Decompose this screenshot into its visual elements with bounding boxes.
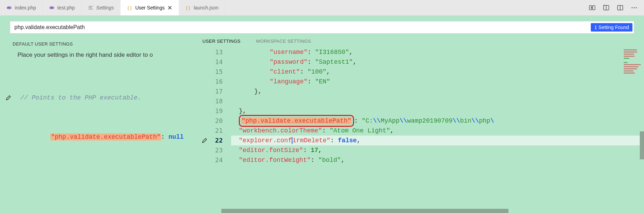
close-icon[interactable] — [167, 5, 172, 10]
code-line[interactable]: "editor.fontSize": 17, — [231, 145, 644, 155]
code-line[interactable]: "workbench.colorTheme": "Atom One Light"… — [231, 126, 644, 136]
line-number: 16 — [200, 77, 223, 87]
tab-settings[interactable]: Settings — [82, 0, 121, 15]
horizontal-scrollbar[interactable] — [221, 209, 639, 213]
line-number: 24 — [200, 155, 223, 165]
svg-rect-12 — [593, 6, 595, 10]
default-settings-panel: DEFAULT USER SETTINGS Place your setting… — [0, 36, 200, 213]
user-settings-panel: USER SETTINGS WORKSPACE SETTINGS 1314151… — [200, 36, 644, 213]
code-line[interactable]: "explorer.confirmDelete": false, — [231, 136, 644, 145]
lines-icon — [88, 5, 94, 11]
setting-value: null — [168, 133, 183, 140]
tab-user-settings[interactable]: {} User Settings — [120, 0, 179, 15]
line-number: 23 — [200, 145, 223, 155]
code-line[interactable]: "username": "I316850", — [231, 47, 644, 57]
line-number: 14 — [200, 57, 223, 67]
settings-search-row: 1 Setting Found — [0, 15, 644, 36]
open-changes-icon[interactable] — [589, 4, 596, 11]
tab-index-php[interactable]: php index.php — [0, 0, 43, 15]
svg-text:php: php — [7, 7, 11, 9]
edit-pencil-icon[interactable] — [6, 75, 11, 81]
code-line[interactable]: }, — [231, 87, 644, 96]
settings-search-wrap: 1 Setting Found — [10, 21, 634, 34]
code-line[interactable]: "password": "Saptest1", — [231, 57, 644, 67]
editor-title-actions — [582, 0, 644, 15]
split-editor-icon[interactable] — [603, 4, 610, 11]
tab-label: Settings — [96, 5, 114, 11]
code-line[interactable]: "language": "EN" — [231, 77, 644, 87]
code-line[interactable]: "client": "100", — [231, 67, 644, 77]
line-number: 18 — [200, 96, 223, 106]
tab-label: launch.json — [194, 5, 219, 11]
line-number: 17 — [200, 87, 223, 96]
svg-point-15 — [604, 5, 605, 6]
settings-search-input[interactable] — [10, 22, 591, 33]
line-number: 21 — [200, 126, 223, 136]
tab-label: User Settings — [135, 5, 165, 11]
braces-icon: {} — [185, 5, 191, 11]
svg-text:php: php — [50, 7, 54, 9]
php-icon: php — [6, 5, 12, 11]
line-number: 20 — [200, 116, 223, 126]
code-line[interactable]: }, — [231, 106, 644, 116]
svg-text:{}: {} — [186, 5, 191, 11]
line-number: 13 — [200, 47, 223, 57]
svg-point-20 — [636, 7, 637, 8]
php-icon: php — [49, 5, 55, 11]
tab-launch-json[interactable]: {} launch.json — [179, 0, 225, 15]
tab-test-php[interactable]: php test.php — [43, 0, 82, 15]
svg-point-18 — [631, 7, 632, 8]
layout-icon[interactable] — [617, 4, 624, 11]
workspace-settings-heading[interactable]: WORKSPACE SETTINGS — [256, 36, 311, 47]
default-settings-heading: DEFAULT USER SETTINGS — [13, 39, 200, 50]
default-settings-desc: Place your settings in the right hand si… — [13, 50, 200, 63]
settings-columns: DEFAULT USER SETTINGS Place your setting… — [0, 36, 644, 213]
line-number: 15 — [200, 67, 223, 77]
user-settings-code[interactable]: "username": "I316850","password": "Sapte… — [231, 47, 644, 213]
tab-label: index.php — [15, 5, 36, 11]
more-icon[interactable] — [631, 4, 638, 11]
svg-point-19 — [633, 7, 635, 8]
line-number: 19 — [200, 106, 223, 116]
line-number-gutter: 131415161718192021222324 — [200, 47, 231, 213]
code-line[interactable]: "editor.fontWeight": "bold", — [231, 155, 644, 165]
setting-key-highlight: "php.validate.executablePath" — [50, 133, 161, 140]
settings-found-badge: 1 Setting Found — [591, 23, 632, 32]
highlighted-setting-key: "php.validate.executablePath" — [239, 115, 354, 127]
default-settings-code[interactable]: // Points to the PHP executable. "php.va… — [13, 63, 200, 171]
editor-tabs: php index.php php test.php Settings {} U… — [0, 0, 644, 15]
user-settings-heading[interactable]: USER SETTINGS — [202, 36, 241, 47]
braces-icon: {} — [127, 5, 132, 11]
edit-pencil-icon[interactable] — [202, 138, 207, 143]
code-line[interactable] — [231, 96, 644, 106]
svg-text:{}: {} — [127, 5, 132, 11]
code-comment: // Points to the PHP executable. — [20, 94, 141, 101]
vertical-scrollbar[interactable] — [640, 47, 644, 213]
tab-label: test.php — [57, 5, 75, 11]
code-line[interactable]: "php.validate.executablePath": "C:\\MyAp… — [231, 116, 644, 126]
